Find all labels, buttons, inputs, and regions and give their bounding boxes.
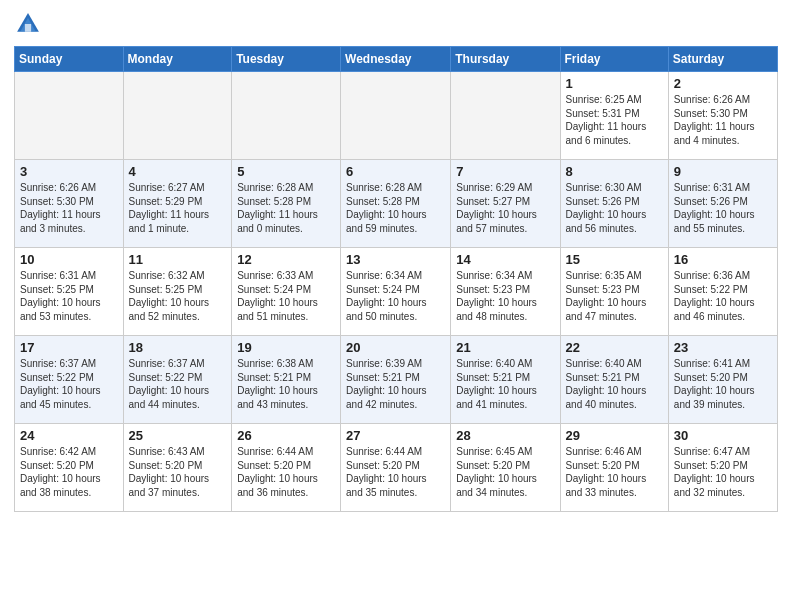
calendar-table: SundayMondayTuesdayWednesdayThursdayFrid…: [14, 46, 778, 512]
day-info: Sunrise: 6:37 AM Sunset: 5:22 PM Dayligh…: [20, 357, 118, 411]
day-cell: 7Sunrise: 6:29 AM Sunset: 5:27 PM Daylig…: [451, 160, 560, 248]
day-number: 9: [674, 164, 772, 179]
weekday-header-row: SundayMondayTuesdayWednesdayThursdayFrid…: [15, 47, 778, 72]
day-info: Sunrise: 6:27 AM Sunset: 5:29 PM Dayligh…: [129, 181, 227, 235]
day-info: Sunrise: 6:45 AM Sunset: 5:20 PM Dayligh…: [456, 445, 554, 499]
day-cell: [123, 72, 232, 160]
day-number: 10: [20, 252, 118, 267]
day-cell: 22Sunrise: 6:40 AM Sunset: 5:21 PM Dayli…: [560, 336, 668, 424]
day-cell: [15, 72, 124, 160]
week-row-2: 3Sunrise: 6:26 AM Sunset: 5:30 PM Daylig…: [15, 160, 778, 248]
day-cell: 24Sunrise: 6:42 AM Sunset: 5:20 PM Dayli…: [15, 424, 124, 512]
day-cell: 10Sunrise: 6:31 AM Sunset: 5:25 PM Dayli…: [15, 248, 124, 336]
day-number: 24: [20, 428, 118, 443]
day-cell: 14Sunrise: 6:34 AM Sunset: 5:23 PM Dayli…: [451, 248, 560, 336]
day-info: Sunrise: 6:40 AM Sunset: 5:21 PM Dayligh…: [456, 357, 554, 411]
day-info: Sunrise: 6:42 AM Sunset: 5:20 PM Dayligh…: [20, 445, 118, 499]
day-info: Sunrise: 6:39 AM Sunset: 5:21 PM Dayligh…: [346, 357, 445, 411]
day-number: 14: [456, 252, 554, 267]
day-number: 8: [566, 164, 663, 179]
day-cell: 6Sunrise: 6:28 AM Sunset: 5:28 PM Daylig…: [341, 160, 451, 248]
day-cell: 4Sunrise: 6:27 AM Sunset: 5:29 PM Daylig…: [123, 160, 232, 248]
week-row-5: 24Sunrise: 6:42 AM Sunset: 5:20 PM Dayli…: [15, 424, 778, 512]
day-cell: 3Sunrise: 6:26 AM Sunset: 5:30 PM Daylig…: [15, 160, 124, 248]
svg-rect-2: [25, 24, 31, 32]
day-number: 6: [346, 164, 445, 179]
day-number: 2: [674, 76, 772, 91]
day-cell: 1Sunrise: 6:25 AM Sunset: 5:31 PM Daylig…: [560, 72, 668, 160]
header: [14, 10, 778, 38]
day-cell: [232, 72, 341, 160]
day-number: 16: [674, 252, 772, 267]
day-cell: 15Sunrise: 6:35 AM Sunset: 5:23 PM Dayli…: [560, 248, 668, 336]
day-number: 11: [129, 252, 227, 267]
page: SundayMondayTuesdayWednesdayThursdayFrid…: [0, 0, 792, 522]
day-number: 29: [566, 428, 663, 443]
day-info: Sunrise: 6:41 AM Sunset: 5:20 PM Dayligh…: [674, 357, 772, 411]
day-info: Sunrise: 6:32 AM Sunset: 5:25 PM Dayligh…: [129, 269, 227, 323]
day-info: Sunrise: 6:33 AM Sunset: 5:24 PM Dayligh…: [237, 269, 335, 323]
day-number: 25: [129, 428, 227, 443]
day-cell: 5Sunrise: 6:28 AM Sunset: 5:28 PM Daylig…: [232, 160, 341, 248]
day-info: Sunrise: 6:25 AM Sunset: 5:31 PM Dayligh…: [566, 93, 663, 147]
day-cell: 11Sunrise: 6:32 AM Sunset: 5:25 PM Dayli…: [123, 248, 232, 336]
weekday-friday: Friday: [560, 47, 668, 72]
day-cell: 28Sunrise: 6:45 AM Sunset: 5:20 PM Dayli…: [451, 424, 560, 512]
logo-icon: [14, 10, 42, 38]
day-cell: 8Sunrise: 6:30 AM Sunset: 5:26 PM Daylig…: [560, 160, 668, 248]
day-info: Sunrise: 6:44 AM Sunset: 5:20 PM Dayligh…: [237, 445, 335, 499]
day-cell: 30Sunrise: 6:47 AM Sunset: 5:20 PM Dayli…: [668, 424, 777, 512]
logo: [14, 10, 46, 38]
day-number: 17: [20, 340, 118, 355]
day-number: 5: [237, 164, 335, 179]
day-number: 4: [129, 164, 227, 179]
day-number: 18: [129, 340, 227, 355]
week-row-4: 17Sunrise: 6:37 AM Sunset: 5:22 PM Dayli…: [15, 336, 778, 424]
day-info: Sunrise: 6:36 AM Sunset: 5:22 PM Dayligh…: [674, 269, 772, 323]
weekday-monday: Monday: [123, 47, 232, 72]
day-info: Sunrise: 6:28 AM Sunset: 5:28 PM Dayligh…: [346, 181, 445, 235]
day-cell: 23Sunrise: 6:41 AM Sunset: 5:20 PM Dayli…: [668, 336, 777, 424]
day-cell: 25Sunrise: 6:43 AM Sunset: 5:20 PM Dayli…: [123, 424, 232, 512]
day-info: Sunrise: 6:47 AM Sunset: 5:20 PM Dayligh…: [674, 445, 772, 499]
day-cell: 9Sunrise: 6:31 AM Sunset: 5:26 PM Daylig…: [668, 160, 777, 248]
day-number: 26: [237, 428, 335, 443]
day-info: Sunrise: 6:40 AM Sunset: 5:21 PM Dayligh…: [566, 357, 663, 411]
day-info: Sunrise: 6:26 AM Sunset: 5:30 PM Dayligh…: [20, 181, 118, 235]
day-info: Sunrise: 6:28 AM Sunset: 5:28 PM Dayligh…: [237, 181, 335, 235]
day-cell: 12Sunrise: 6:33 AM Sunset: 5:24 PM Dayli…: [232, 248, 341, 336]
day-number: 3: [20, 164, 118, 179]
day-number: 30: [674, 428, 772, 443]
day-info: Sunrise: 6:44 AM Sunset: 5:20 PM Dayligh…: [346, 445, 445, 499]
day-cell: 20Sunrise: 6:39 AM Sunset: 5:21 PM Dayli…: [341, 336, 451, 424]
day-number: 22: [566, 340, 663, 355]
day-info: Sunrise: 6:26 AM Sunset: 5:30 PM Dayligh…: [674, 93, 772, 147]
day-number: 19: [237, 340, 335, 355]
day-info: Sunrise: 6:34 AM Sunset: 5:24 PM Dayligh…: [346, 269, 445, 323]
day-number: 27: [346, 428, 445, 443]
day-number: 1: [566, 76, 663, 91]
day-cell: 21Sunrise: 6:40 AM Sunset: 5:21 PM Dayli…: [451, 336, 560, 424]
day-number: 21: [456, 340, 554, 355]
day-number: 23: [674, 340, 772, 355]
day-info: Sunrise: 6:29 AM Sunset: 5:27 PM Dayligh…: [456, 181, 554, 235]
day-cell: [341, 72, 451, 160]
day-info: Sunrise: 6:34 AM Sunset: 5:23 PM Dayligh…: [456, 269, 554, 323]
day-number: 13: [346, 252, 445, 267]
day-cell: 29Sunrise: 6:46 AM Sunset: 5:20 PM Dayli…: [560, 424, 668, 512]
day-number: 7: [456, 164, 554, 179]
day-cell: 13Sunrise: 6:34 AM Sunset: 5:24 PM Dayli…: [341, 248, 451, 336]
day-cell: 2Sunrise: 6:26 AM Sunset: 5:30 PM Daylig…: [668, 72, 777, 160]
day-info: Sunrise: 6:43 AM Sunset: 5:20 PM Dayligh…: [129, 445, 227, 499]
weekday-sunday: Sunday: [15, 47, 124, 72]
week-row-1: 1Sunrise: 6:25 AM Sunset: 5:31 PM Daylig…: [15, 72, 778, 160]
day-cell: 27Sunrise: 6:44 AM Sunset: 5:20 PM Dayli…: [341, 424, 451, 512]
weekday-thursday: Thursday: [451, 47, 560, 72]
day-info: Sunrise: 6:31 AM Sunset: 5:25 PM Dayligh…: [20, 269, 118, 323]
day-cell: 16Sunrise: 6:36 AM Sunset: 5:22 PM Dayli…: [668, 248, 777, 336]
day-cell: 18Sunrise: 6:37 AM Sunset: 5:22 PM Dayli…: [123, 336, 232, 424]
day-cell: 17Sunrise: 6:37 AM Sunset: 5:22 PM Dayli…: [15, 336, 124, 424]
day-number: 20: [346, 340, 445, 355]
week-row-3: 10Sunrise: 6:31 AM Sunset: 5:25 PM Dayli…: [15, 248, 778, 336]
weekday-wednesday: Wednesday: [341, 47, 451, 72]
